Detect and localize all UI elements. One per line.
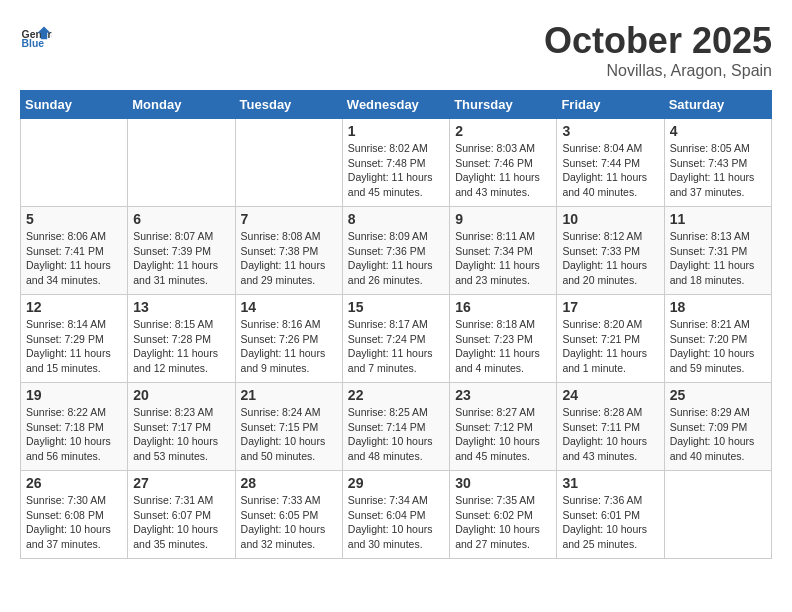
col-monday: Monday <box>128 91 235 119</box>
calendar-cell: 22Sunrise: 8:25 AMSunset: 7:14 PMDayligh… <box>342 383 449 471</box>
day-info: Sunrise: 8:16 AMSunset: 7:26 PMDaylight:… <box>241 317 337 376</box>
calendar-cell: 4Sunrise: 8:05 AMSunset: 7:43 PMDaylight… <box>664 119 771 207</box>
calendar-cell: 17Sunrise: 8:20 AMSunset: 7:21 PMDayligh… <box>557 295 664 383</box>
day-info: Sunrise: 8:21 AMSunset: 7:20 PMDaylight:… <box>670 317 766 376</box>
day-info: Sunrise: 8:23 AMSunset: 7:17 PMDaylight:… <box>133 405 229 464</box>
col-friday: Friday <box>557 91 664 119</box>
calendar-cell: 5Sunrise: 8:06 AMSunset: 7:41 PMDaylight… <box>21 207 128 295</box>
day-number: 21 <box>241 387 337 403</box>
calendar-cell: 9Sunrise: 8:11 AMSunset: 7:34 PMDaylight… <box>450 207 557 295</box>
day-number: 16 <box>455 299 551 315</box>
week-row-1: 1Sunrise: 8:02 AMSunset: 7:48 PMDaylight… <box>21 119 772 207</box>
day-info: Sunrise: 8:12 AMSunset: 7:33 PMDaylight:… <box>562 229 658 288</box>
day-number: 2 <box>455 123 551 139</box>
calendar-cell: 8Sunrise: 8:09 AMSunset: 7:36 PMDaylight… <box>342 207 449 295</box>
calendar-cell: 19Sunrise: 8:22 AMSunset: 7:18 PMDayligh… <box>21 383 128 471</box>
page-header: General Blue October 2025 Novillas, Arag… <box>20 20 772 80</box>
day-info: Sunrise: 8:09 AMSunset: 7:36 PMDaylight:… <box>348 229 444 288</box>
calendar-table: Sunday Monday Tuesday Wednesday Thursday… <box>20 90 772 559</box>
day-info: Sunrise: 7:31 AMSunset: 6:07 PMDaylight:… <box>133 493 229 552</box>
day-info: Sunrise: 8:25 AMSunset: 7:14 PMDaylight:… <box>348 405 444 464</box>
day-number: 12 <box>26 299 122 315</box>
logo-icon: General Blue <box>20 20 52 52</box>
day-info: Sunrise: 8:08 AMSunset: 7:38 PMDaylight:… <box>241 229 337 288</box>
day-info: Sunrise: 8:27 AMSunset: 7:12 PMDaylight:… <box>455 405 551 464</box>
calendar-cell <box>128 119 235 207</box>
day-info: Sunrise: 8:17 AMSunset: 7:24 PMDaylight:… <box>348 317 444 376</box>
day-number: 7 <box>241 211 337 227</box>
calendar-cell: 30Sunrise: 7:35 AMSunset: 6:02 PMDayligh… <box>450 471 557 559</box>
day-number: 10 <box>562 211 658 227</box>
day-info: Sunrise: 7:34 AMSunset: 6:04 PMDaylight:… <box>348 493 444 552</box>
day-number: 17 <box>562 299 658 315</box>
col-wednesday: Wednesday <box>342 91 449 119</box>
calendar-cell: 21Sunrise: 8:24 AMSunset: 7:15 PMDayligh… <box>235 383 342 471</box>
calendar-cell: 2Sunrise: 8:03 AMSunset: 7:46 PMDaylight… <box>450 119 557 207</box>
day-number: 14 <box>241 299 337 315</box>
day-number: 30 <box>455 475 551 491</box>
day-info: Sunrise: 8:11 AMSunset: 7:34 PMDaylight:… <box>455 229 551 288</box>
calendar-cell: 15Sunrise: 8:17 AMSunset: 7:24 PMDayligh… <box>342 295 449 383</box>
day-info: Sunrise: 8:04 AMSunset: 7:44 PMDaylight:… <box>562 141 658 200</box>
calendar-cell: 7Sunrise: 8:08 AMSunset: 7:38 PMDaylight… <box>235 207 342 295</box>
day-number: 23 <box>455 387 551 403</box>
calendar-cell: 12Sunrise: 8:14 AMSunset: 7:29 PMDayligh… <box>21 295 128 383</box>
day-info: Sunrise: 8:22 AMSunset: 7:18 PMDaylight:… <box>26 405 122 464</box>
logo: General Blue <box>20 20 52 52</box>
day-info: Sunrise: 8:07 AMSunset: 7:39 PMDaylight:… <box>133 229 229 288</box>
week-row-4: 19Sunrise: 8:22 AMSunset: 7:18 PMDayligh… <box>21 383 772 471</box>
day-info: Sunrise: 7:33 AMSunset: 6:05 PMDaylight:… <box>241 493 337 552</box>
day-number: 20 <box>133 387 229 403</box>
day-number: 29 <box>348 475 444 491</box>
day-number: 6 <box>133 211 229 227</box>
day-info: Sunrise: 8:18 AMSunset: 7:23 PMDaylight:… <box>455 317 551 376</box>
calendar-cell: 28Sunrise: 7:33 AMSunset: 6:05 PMDayligh… <box>235 471 342 559</box>
day-info: Sunrise: 8:06 AMSunset: 7:41 PMDaylight:… <box>26 229 122 288</box>
day-number: 31 <box>562 475 658 491</box>
day-number: 19 <box>26 387 122 403</box>
day-number: 11 <box>670 211 766 227</box>
day-info: Sunrise: 8:02 AMSunset: 7:48 PMDaylight:… <box>348 141 444 200</box>
col-tuesday: Tuesday <box>235 91 342 119</box>
calendar-cell: 14Sunrise: 8:16 AMSunset: 7:26 PMDayligh… <box>235 295 342 383</box>
week-row-5: 26Sunrise: 7:30 AMSunset: 6:08 PMDayligh… <box>21 471 772 559</box>
calendar-cell <box>21 119 128 207</box>
col-sunday: Sunday <box>21 91 128 119</box>
calendar-cell: 31Sunrise: 7:36 AMSunset: 6:01 PMDayligh… <box>557 471 664 559</box>
day-number: 1 <box>348 123 444 139</box>
day-info: Sunrise: 7:35 AMSunset: 6:02 PMDaylight:… <box>455 493 551 552</box>
calendar-cell: 20Sunrise: 8:23 AMSunset: 7:17 PMDayligh… <box>128 383 235 471</box>
calendar-cell: 6Sunrise: 8:07 AMSunset: 7:39 PMDaylight… <box>128 207 235 295</box>
day-number: 22 <box>348 387 444 403</box>
day-number: 24 <box>562 387 658 403</box>
day-info: Sunrise: 8:29 AMSunset: 7:09 PMDaylight:… <box>670 405 766 464</box>
day-info: Sunrise: 8:03 AMSunset: 7:46 PMDaylight:… <box>455 141 551 200</box>
col-thursday: Thursday <box>450 91 557 119</box>
day-number: 4 <box>670 123 766 139</box>
day-number: 9 <box>455 211 551 227</box>
calendar-cell: 29Sunrise: 7:34 AMSunset: 6:04 PMDayligh… <box>342 471 449 559</box>
calendar-cell: 24Sunrise: 8:28 AMSunset: 7:11 PMDayligh… <box>557 383 664 471</box>
week-row-3: 12Sunrise: 8:14 AMSunset: 7:29 PMDayligh… <box>21 295 772 383</box>
calendar-cell: 23Sunrise: 8:27 AMSunset: 7:12 PMDayligh… <box>450 383 557 471</box>
col-saturday: Saturday <box>664 91 771 119</box>
day-info: Sunrise: 8:28 AMSunset: 7:11 PMDaylight:… <box>562 405 658 464</box>
day-info: Sunrise: 8:05 AMSunset: 7:43 PMDaylight:… <box>670 141 766 200</box>
calendar-subtitle: Novillas, Aragon, Spain <box>544 62 772 80</box>
day-number: 5 <box>26 211 122 227</box>
day-info: Sunrise: 7:30 AMSunset: 6:08 PMDaylight:… <box>26 493 122 552</box>
day-number: 18 <box>670 299 766 315</box>
calendar-cell: 27Sunrise: 7:31 AMSunset: 6:07 PMDayligh… <box>128 471 235 559</box>
svg-text:Blue: Blue <box>22 38 45 49</box>
calendar-cell: 11Sunrise: 8:13 AMSunset: 7:31 PMDayligh… <box>664 207 771 295</box>
calendar-cell: 13Sunrise: 8:15 AMSunset: 7:28 PMDayligh… <box>128 295 235 383</box>
calendar-cell: 3Sunrise: 8:04 AMSunset: 7:44 PMDaylight… <box>557 119 664 207</box>
week-row-2: 5Sunrise: 8:06 AMSunset: 7:41 PMDaylight… <box>21 207 772 295</box>
day-number: 26 <box>26 475 122 491</box>
calendar-cell: 16Sunrise: 8:18 AMSunset: 7:23 PMDayligh… <box>450 295 557 383</box>
header-row: Sunday Monday Tuesday Wednesday Thursday… <box>21 91 772 119</box>
calendar-title: October 2025 <box>544 20 772 62</box>
day-number: 25 <box>670 387 766 403</box>
day-number: 3 <box>562 123 658 139</box>
day-number: 8 <box>348 211 444 227</box>
